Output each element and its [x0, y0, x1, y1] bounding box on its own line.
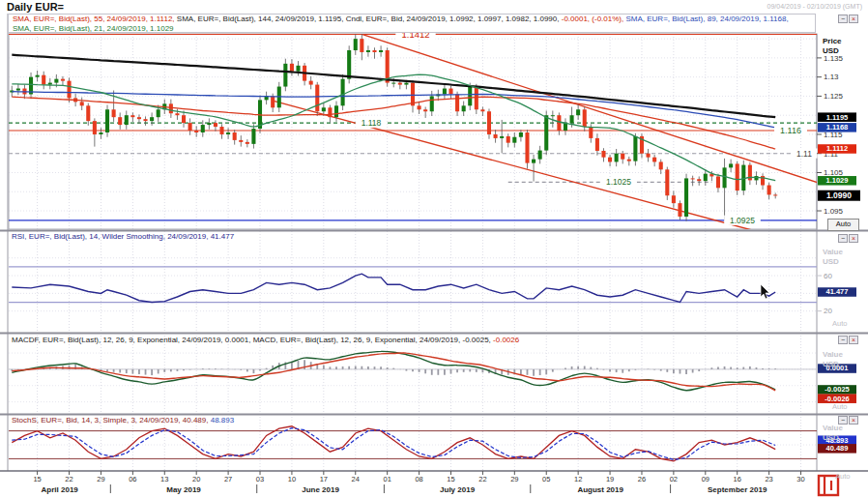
svg-text:July 2019: July 2019 — [440, 485, 476, 494]
svg-text:22: 22 — [478, 475, 486, 483]
svg-text:19: 19 — [606, 475, 614, 483]
stoch-header-last-value: 48.893 — [211, 416, 234, 425]
legend-sma21: SMA, EUR=, Bid(Last), 21, 24/09/2019, 1.… — [13, 24, 174, 33]
svg-text:-0.0025: -0.0025 — [825, 385, 849, 394]
svg-text:May 2019: May 2019 — [166, 485, 201, 494]
date-range-label: 09/04/2019 - 02/10/2019 (GMT) — [767, 3, 862, 10]
legend-sma55: SMA, EUR=, Bid(Last), 55, 24/09/2019, 1.… — [13, 15, 175, 23]
svg-text:40.489: 40.489 — [826, 444, 849, 453]
rsi-axis-auto-button[interactable]: Auto — [832, 319, 847, 328]
svg-text:1.1025: 1.1025 — [606, 177, 631, 187]
svg-text:60: 60 — [824, 272, 832, 280]
macd-axis-auto-button[interactable]: Auto — [832, 402, 847, 411]
macd-header-main: MACDF, EUR=, Bid(Last), 12, 26, 9, Expon… — [12, 336, 491, 344]
stoch-axis-title-text: Value — [823, 424, 843, 433]
stoch-header-main: StochS, EUR=, Bid, 14, 3, Simple, 3, 24/… — [12, 416, 208, 425]
svg-text:29: 29 — [510, 475, 518, 483]
legend-sma89: SMA, EUR=, Bid(Last), 89, 24/09/2019, 1.… — [625, 15, 788, 23]
legend-line-2: SMA, EUR=, Bid(Last), 21, 24/09/2019, 1.… — [13, 24, 815, 33]
svg-text:08: 08 — [415, 475, 422, 483]
price-panel-window-buttons: − × — [838, 15, 858, 23]
svg-text:15: 15 — [33, 475, 41, 483]
rsi-panel-window-buttons: − × — [838, 234, 858, 243]
svg-text:05: 05 — [542, 475, 550, 483]
minimize-icon[interactable]: − — [838, 234, 848, 243]
svg-text:1.1168: 1.1168 — [826, 123, 849, 132]
price-axis-unit: USD — [823, 46, 842, 56]
svg-text:1.1195: 1.1195 — [826, 113, 849, 122]
stoch-panel — [9, 426, 817, 461]
svg-text:1.1112: 1.1112 — [826, 144, 848, 153]
svg-text:20: 20 — [824, 307, 832, 315]
svg-text:29: 29 — [97, 475, 104, 483]
price-axis-title-text: Price — [823, 37, 842, 46]
price-axis-title: Price USD — [823, 37, 842, 56]
svg-text:September 2019: September 2019 — [708, 485, 767, 494]
macd-axis-title: Value USD — [823, 350, 843, 369]
stoch-axis-title: Value USD — [823, 424, 843, 443]
rsi-panel — [9, 267, 817, 303]
time-axis: 1522290613202703101724010815222905121926… — [33, 471, 804, 494]
svg-text:August 2019: August 2019 — [577, 485, 623, 494]
legend-line-1: SMA, EUR=, Bid(Last), 55, 24/09/2019, 1.… — [13, 15, 815, 24]
price-axis-auto-button[interactable]: Auto — [827, 219, 859, 231]
rsi-header: RSI, EUR=, Bid(Last), 14, Wilder Smoothi… — [12, 232, 234, 241]
svg-text:02: 02 — [670, 475, 678, 483]
svg-text:1.118: 1.118 — [362, 118, 382, 128]
svg-text:1.125: 1.125 — [824, 92, 844, 101]
rsi-line — [12, 274, 775, 302]
macd-header-last-value: -0.0026 — [493, 336, 519, 344]
svg-text:1.1029: 1.1029 — [826, 176, 849, 185]
svg-text:13: 13 — [160, 475, 168, 483]
panel-borders — [0, 14, 868, 471]
stoch-header: StochS, EUR=, Bid, 14, 3, Simple, 3, 24/… — [12, 416, 234, 425]
macd-header: MACDF, EUR=, Bid(Last), 12, 26, 9, Expon… — [12, 336, 519, 344]
macd-panel-window-buttons: − × — [838, 336, 858, 344]
svg-text:1.095: 1.095 — [824, 207, 844, 216]
svg-text:20: 20 — [192, 475, 200, 483]
svg-text:15: 15 — [447, 475, 454, 483]
legend-sma144-candle: SMA, EUR=, Bid(Last), 144, 24/09/2019, 1… — [177, 15, 560, 23]
close-icon[interactable]: × — [849, 15, 858, 23]
macd-axis-unit: USD — [823, 360, 843, 369]
mouse-cursor — [761, 284, 769, 299]
svg-text:06: 06 — [129, 475, 136, 483]
svg-text:27: 27 — [224, 475, 232, 483]
svg-text:1.13: 1.13 — [824, 73, 839, 81]
svg-text:1.0990: 1.0990 — [826, 190, 852, 200]
minimize-icon[interactable]: − — [838, 15, 848, 23]
svg-text:10: 10 — [288, 475, 296, 483]
page-title: Daily EUR= — [7, 1, 64, 13]
svg-text:June 2019: June 2019 — [302, 485, 339, 494]
macd-panel — [9, 351, 817, 390]
rsi-axis-title-text: Value — [823, 248, 843, 257]
svg-text:23: 23 — [765, 475, 772, 483]
price-panel — [9, 34, 820, 233]
svg-text:1.11: 1.11 — [796, 149, 812, 159]
svg-text:1.116: 1.116 — [780, 126, 801, 135]
svg-text:03: 03 — [256, 475, 264, 483]
chart-window: 1.14121.1181.1161.111.10251.09251.1351.1… — [0, 0, 868, 498]
svg-text:12: 12 — [574, 475, 582, 483]
svg-text:16: 16 — [734, 475, 741, 483]
svg-text:01: 01 — [383, 475, 391, 483]
stoch-d-line — [12, 428, 775, 460]
svg-text:30: 30 — [796, 475, 804, 483]
stoch-axis-auto-button[interactable]: Auto — [835, 472, 850, 481]
stoch-axis-unit: USD — [823, 433, 843, 443]
macd-axis-title-text: Value — [823, 350, 843, 360]
rsi-axis-unit: USD — [823, 257, 843, 267]
svg-text:24: 24 — [352, 475, 360, 483]
close-icon[interactable]: × — [849, 234, 858, 243]
minimize-icon[interactable]: − — [838, 336, 848, 344]
close-icon[interactable]: × — [849, 336, 858, 344]
svg-text:22: 22 — [65, 475, 72, 483]
main-legend: SMA, EUR=, Bid(Last), 55, 24/09/2019, 1.… — [8, 14, 816, 33]
svg-text:41.477: 41.477 — [826, 287, 849, 296]
rsi-axis-title: Value USD — [823, 248, 843, 267]
close-icon[interactable]: × — [849, 416, 858, 425]
svg-text:09: 09 — [702, 475, 709, 483]
legend-change: -0.0001, (-0.01%), — [562, 15, 623, 23]
svg-text:1.0925: 1.0925 — [730, 216, 755, 225]
svg-text:17: 17 — [320, 475, 328, 483]
